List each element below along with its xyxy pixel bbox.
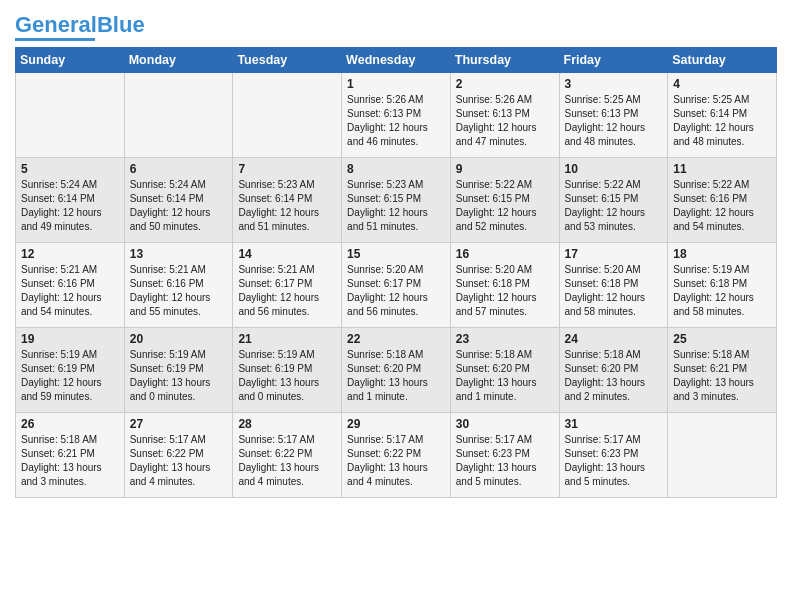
day-number: 29 — [347, 417, 445, 431]
calendar-cell: 5Sunrise: 5:24 AM Sunset: 6:14 PM Daylig… — [16, 158, 125, 243]
logo-blue: Blue — [97, 12, 145, 37]
header-monday: Monday — [124, 48, 233, 73]
calendar-cell: 6Sunrise: 5:24 AM Sunset: 6:14 PM Daylig… — [124, 158, 233, 243]
day-content: Sunrise: 5:19 AM Sunset: 6:19 PM Dayligh… — [130, 348, 228, 404]
calendar-cell: 3Sunrise: 5:25 AM Sunset: 6:13 PM Daylig… — [559, 73, 668, 158]
calendar-cell: 17Sunrise: 5:20 AM Sunset: 6:18 PM Dayli… — [559, 243, 668, 328]
calendar-week-2: 5Sunrise: 5:24 AM Sunset: 6:14 PM Daylig… — [16, 158, 777, 243]
day-number: 28 — [238, 417, 336, 431]
day-number: 4 — [673, 77, 771, 91]
day-number: 21 — [238, 332, 336, 346]
day-number: 5 — [21, 162, 119, 176]
day-content: Sunrise: 5:23 AM Sunset: 6:14 PM Dayligh… — [238, 178, 336, 234]
day-content: Sunrise: 5:18 AM Sunset: 6:21 PM Dayligh… — [21, 433, 119, 489]
calendar-cell: 19Sunrise: 5:19 AM Sunset: 6:19 PM Dayli… — [16, 328, 125, 413]
day-content: Sunrise: 5:25 AM Sunset: 6:13 PM Dayligh… — [565, 93, 663, 149]
calendar-cell: 2Sunrise: 5:26 AM Sunset: 6:13 PM Daylig… — [450, 73, 559, 158]
day-number: 24 — [565, 332, 663, 346]
day-number: 23 — [456, 332, 554, 346]
day-number: 30 — [456, 417, 554, 431]
calendar-header-row: SundayMondayTuesdayWednesdayThursdayFrid… — [16, 48, 777, 73]
day-number: 6 — [130, 162, 228, 176]
day-number: 19 — [21, 332, 119, 346]
day-number: 11 — [673, 162, 771, 176]
day-content: Sunrise: 5:26 AM Sunset: 6:13 PM Dayligh… — [456, 93, 554, 149]
day-number: 2 — [456, 77, 554, 91]
day-number: 13 — [130, 247, 228, 261]
day-number: 14 — [238, 247, 336, 261]
calendar-cell: 8Sunrise: 5:23 AM Sunset: 6:15 PM Daylig… — [342, 158, 451, 243]
calendar-week-3: 12Sunrise: 5:21 AM Sunset: 6:16 PM Dayli… — [16, 243, 777, 328]
day-number: 10 — [565, 162, 663, 176]
calendar-cell: 7Sunrise: 5:23 AM Sunset: 6:14 PM Daylig… — [233, 158, 342, 243]
logo-general: General — [15, 12, 97, 37]
calendar-cell: 10Sunrise: 5:22 AM Sunset: 6:15 PM Dayli… — [559, 158, 668, 243]
day-content: Sunrise: 5:20 AM Sunset: 6:18 PM Dayligh… — [456, 263, 554, 319]
day-content: Sunrise: 5:22 AM Sunset: 6:15 PM Dayligh… — [456, 178, 554, 234]
day-content: Sunrise: 5:23 AM Sunset: 6:15 PM Dayligh… — [347, 178, 445, 234]
day-number: 20 — [130, 332, 228, 346]
calendar-cell: 28Sunrise: 5:17 AM Sunset: 6:22 PM Dayli… — [233, 413, 342, 498]
day-content: Sunrise: 5:25 AM Sunset: 6:14 PM Dayligh… — [673, 93, 771, 149]
day-content: Sunrise: 5:20 AM Sunset: 6:17 PM Dayligh… — [347, 263, 445, 319]
calendar-week-4: 19Sunrise: 5:19 AM Sunset: 6:19 PM Dayli… — [16, 328, 777, 413]
calendar-cell: 22Sunrise: 5:18 AM Sunset: 6:20 PM Dayli… — [342, 328, 451, 413]
header-sunday: Sunday — [16, 48, 125, 73]
day-number: 27 — [130, 417, 228, 431]
day-content: Sunrise: 5:21 AM Sunset: 6:16 PM Dayligh… — [130, 263, 228, 319]
day-number: 7 — [238, 162, 336, 176]
day-number: 31 — [565, 417, 663, 431]
calendar-cell: 12Sunrise: 5:21 AM Sunset: 6:16 PM Dayli… — [16, 243, 125, 328]
calendar-cell: 11Sunrise: 5:22 AM Sunset: 6:16 PM Dayli… — [668, 158, 777, 243]
day-number: 18 — [673, 247, 771, 261]
day-content: Sunrise: 5:24 AM Sunset: 6:14 PM Dayligh… — [21, 178, 119, 234]
day-content: Sunrise: 5:17 AM Sunset: 6:22 PM Dayligh… — [347, 433, 445, 489]
calendar-cell: 24Sunrise: 5:18 AM Sunset: 6:20 PM Dayli… — [559, 328, 668, 413]
calendar-cell: 20Sunrise: 5:19 AM Sunset: 6:19 PM Dayli… — [124, 328, 233, 413]
day-content: Sunrise: 5:17 AM Sunset: 6:22 PM Dayligh… — [130, 433, 228, 489]
day-number: 9 — [456, 162, 554, 176]
day-content: Sunrise: 5:19 AM Sunset: 6:19 PM Dayligh… — [21, 348, 119, 404]
calendar-cell: 18Sunrise: 5:19 AM Sunset: 6:18 PM Dayli… — [668, 243, 777, 328]
header-wednesday: Wednesday — [342, 48, 451, 73]
day-content: Sunrise: 5:18 AM Sunset: 6:20 PM Dayligh… — [347, 348, 445, 404]
day-number: 25 — [673, 332, 771, 346]
calendar-cell: 1Sunrise: 5:26 AM Sunset: 6:13 PM Daylig… — [342, 73, 451, 158]
header-saturday: Saturday — [668, 48, 777, 73]
header-tuesday: Tuesday — [233, 48, 342, 73]
header-friday: Friday — [559, 48, 668, 73]
day-content: Sunrise: 5:22 AM Sunset: 6:16 PM Dayligh… — [673, 178, 771, 234]
day-number: 22 — [347, 332, 445, 346]
calendar-cell: 16Sunrise: 5:20 AM Sunset: 6:18 PM Dayli… — [450, 243, 559, 328]
calendar-cell: 9Sunrise: 5:22 AM Sunset: 6:15 PM Daylig… — [450, 158, 559, 243]
day-number: 3 — [565, 77, 663, 91]
day-content: Sunrise: 5:18 AM Sunset: 6:20 PM Dayligh… — [565, 348, 663, 404]
day-content: Sunrise: 5:21 AM Sunset: 6:16 PM Dayligh… — [21, 263, 119, 319]
calendar-cell: 14Sunrise: 5:21 AM Sunset: 6:17 PM Dayli… — [233, 243, 342, 328]
day-content: Sunrise: 5:17 AM Sunset: 6:22 PM Dayligh… — [238, 433, 336, 489]
header-thursday: Thursday — [450, 48, 559, 73]
day-content: Sunrise: 5:17 AM Sunset: 6:23 PM Dayligh… — [456, 433, 554, 489]
logo-underline — [15, 38, 95, 41]
day-number: 15 — [347, 247, 445, 261]
calendar-cell: 23Sunrise: 5:18 AM Sunset: 6:20 PM Dayli… — [450, 328, 559, 413]
calendar-cell: 29Sunrise: 5:17 AM Sunset: 6:22 PM Dayli… — [342, 413, 451, 498]
day-content: Sunrise: 5:24 AM Sunset: 6:14 PM Dayligh… — [130, 178, 228, 234]
calendar-cell: 31Sunrise: 5:17 AM Sunset: 6:23 PM Dayli… — [559, 413, 668, 498]
day-content: Sunrise: 5:20 AM Sunset: 6:18 PM Dayligh… — [565, 263, 663, 319]
calendar-cell — [16, 73, 125, 158]
calendar-cell: 27Sunrise: 5:17 AM Sunset: 6:22 PM Dayli… — [124, 413, 233, 498]
day-content: Sunrise: 5:22 AM Sunset: 6:15 PM Dayligh… — [565, 178, 663, 234]
calendar-table: SundayMondayTuesdayWednesdayThursdayFrid… — [15, 47, 777, 498]
calendar-cell: 25Sunrise: 5:18 AM Sunset: 6:21 PM Dayli… — [668, 328, 777, 413]
calendar-cell: 4Sunrise: 5:25 AM Sunset: 6:14 PM Daylig… — [668, 73, 777, 158]
day-content: Sunrise: 5:21 AM Sunset: 6:17 PM Dayligh… — [238, 263, 336, 319]
day-content: Sunrise: 5:26 AM Sunset: 6:13 PM Dayligh… — [347, 93, 445, 149]
calendar-cell: 15Sunrise: 5:20 AM Sunset: 6:17 PM Dayli… — [342, 243, 451, 328]
day-content: Sunrise: 5:19 AM Sunset: 6:19 PM Dayligh… — [238, 348, 336, 404]
day-number: 12 — [21, 247, 119, 261]
day-content: Sunrise: 5:18 AM Sunset: 6:20 PM Dayligh… — [456, 348, 554, 404]
calendar-cell — [233, 73, 342, 158]
calendar-cell: 13Sunrise: 5:21 AM Sunset: 6:16 PM Dayli… — [124, 243, 233, 328]
logo: GeneralBlue — [15, 10, 145, 41]
